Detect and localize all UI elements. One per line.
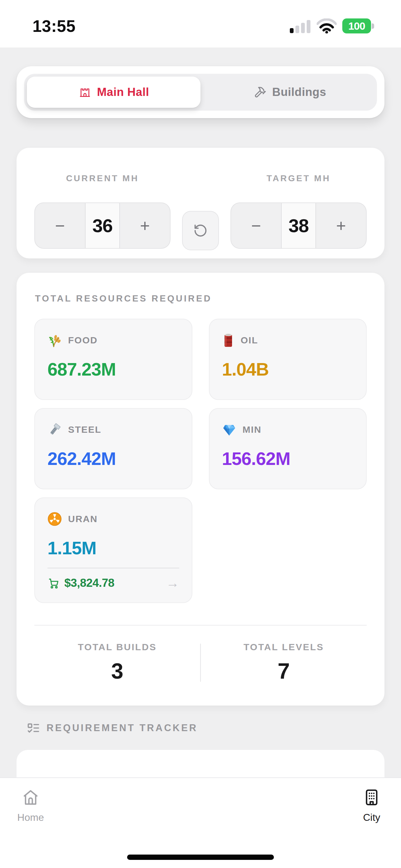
resource-card-min: MIN 156.62M <box>209 408 367 489</box>
total-levels: TOTAL LEVELS 7 <box>201 642 367 684</box>
status-time: 13:55 <box>32 17 75 36</box>
resources-grid: FOOD 687.23M <box>34 319 367 603</box>
resource-value-uran: 1.15M <box>47 537 179 558</box>
tab-buildings[interactable]: Buildings <box>203 74 377 111</box>
city-building-icon <box>362 788 381 807</box>
resources-title: TOTAL RESOURCES REQUIRED <box>35 293 367 304</box>
cellular-signal-icon <box>290 19 311 33</box>
total-builds-label: TOTAL BUILDS <box>34 642 200 652</box>
list-todo-icon <box>27 721 40 735</box>
bottom-nav: Home City <box>0 777 401 868</box>
mh-selector-card: CURRENT MH TARGET MH − 36 + − 38 + <box>16 148 385 258</box>
wifi-icon <box>317 19 337 33</box>
uran-buy-row[interactable]: $3,824.78 → <box>47 577 179 590</box>
resource-value-steel: 262.42M <box>47 448 179 469</box>
total-levels-label: TOTAL LEVELS <box>201 642 367 652</box>
resource-card-oil: OIL 1.04B <box>209 319 367 400</box>
resource-label: STEEL <box>68 424 101 435</box>
requirement-tracker-header: REQUIREMENT TRACKER <box>27 721 198 735</box>
battery-level: 100 <box>348 20 365 32</box>
tab-main-hall[interactable]: Main Hall <box>27 76 201 108</box>
radioactive-icon <box>47 512 62 526</box>
reset-icon <box>193 223 208 238</box>
totals-row: TOTAL BUILDS 3 TOTAL LEVELS 7 <box>34 642 367 684</box>
tab-bar: Main Hall Buildings <box>16 66 385 118</box>
current-mh-increment-button[interactable]: + <box>120 203 170 248</box>
resource-value-food: 687.23M <box>47 359 179 380</box>
tab-track: Main Hall Buildings <box>24 74 377 111</box>
requirement-tracker-card <box>16 750 385 781</box>
resource-value-min: 156.62M <box>222 448 354 469</box>
gem-icon <box>222 423 236 437</box>
resource-card-food: FOOD 687.23M <box>34 319 192 400</box>
uran-card-divider <box>47 568 179 568</box>
total-builds-value: 3 <box>34 659 200 684</box>
current-mh-decrement-button[interactable]: − <box>35 203 85 248</box>
nav-city-label: City <box>347 812 397 823</box>
total-levels-value: 7 <box>201 659 367 684</box>
nav-item-home[interactable]: Home <box>6 788 56 823</box>
rice-plant-icon <box>47 333 62 347</box>
resource-label: MIN <box>243 424 262 435</box>
nav-home-label: Home <box>6 812 56 823</box>
tab-buildings-label: Buildings <box>272 86 326 99</box>
arrow-right-icon: → <box>166 577 179 590</box>
status-icons: 100 <box>290 19 371 33</box>
current-mh-value: 36 <box>85 203 120 248</box>
bolt-icon <box>47 423 62 437</box>
target-mh-increment-button[interactable]: + <box>316 203 366 248</box>
reset-button[interactable] <box>182 211 219 250</box>
requirement-tracker-title: REQUIREMENT TRACKER <box>46 722 198 734</box>
target-mh-value: 38 <box>281 203 316 248</box>
totals-divider <box>34 625 367 625</box>
resources-card: TOTAL RESOURCES REQUIRED <box>16 273 385 706</box>
home-icon <box>21 788 40 807</box>
total-builds: TOTAL BUILDS 3 <box>34 642 200 684</box>
status-bar: 13:55 100 <box>0 0 401 48</box>
app-screen: 13:55 100 <box>0 0 401 868</box>
target-mh-label: TARGET MH <box>231 174 367 183</box>
battery-icon: 100 <box>342 19 371 33</box>
target-mh-stepper: − 38 + <box>231 203 367 249</box>
resource-card-steel: STEEL 262.42M <box>34 408 192 489</box>
castle-icon <box>78 86 92 99</box>
resource-value-oil: 1.04B <box>222 359 354 380</box>
resource-label: FOOD <box>68 335 98 346</box>
resource-card-uran: URAN 1.15M $3,824.78 → <box>34 497 192 603</box>
home-indicator[interactable] <box>127 855 274 860</box>
resource-label: URAN <box>68 514 98 524</box>
tab-main-hall-label: Main Hall <box>97 86 149 99</box>
current-mh-label: CURRENT MH <box>34 174 170 183</box>
resource-label: OIL <box>241 335 258 346</box>
target-mh-decrement-button[interactable]: − <box>231 203 281 248</box>
hammer-icon <box>254 86 266 98</box>
nav-item-city[interactable]: City <box>347 788 397 823</box>
shopping-cart-icon <box>47 577 59 589</box>
current-mh-stepper: − 36 + <box>34 203 170 249</box>
oil-barrel-icon <box>222 333 235 347</box>
uran-price: $3,824.78 <box>64 577 114 590</box>
